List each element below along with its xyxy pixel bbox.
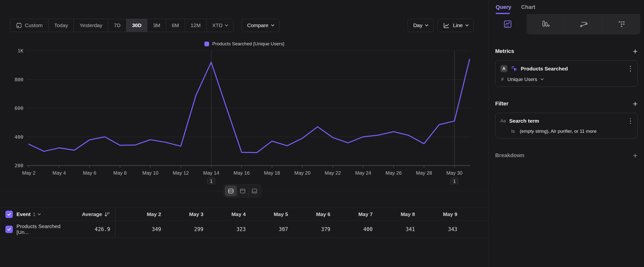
add-breakdown-button[interactable]: + [633, 152, 638, 159]
flows-icon [579, 20, 588, 29]
series-line[interactable] [29, 59, 470, 153]
x-axis-label: May 26 [386, 170, 402, 176]
line-chart-icon [443, 22, 450, 29]
cell-value: 343 [415, 226, 457, 232]
metrics-title: Metrics [495, 48, 514, 55]
range-30d[interactable]: 30D [126, 19, 147, 32]
chart-type-tabs [489, 14, 644, 34]
range-yesterday[interactable]: Yesterday [74, 19, 108, 32]
metric-card[interactable]: A Products Searched # Unique Users [495, 60, 638, 87]
filter-card[interactable]: Aa Search term Is (empty string), Air pu… [495, 113, 638, 139]
metric-event-name[interactable]: Products Searched [521, 66, 625, 72]
scrollbar-gutter[interactable] [641, 0, 644, 267]
range-6m[interactable]: 6M [166, 19, 185, 32]
add-metric-button[interactable]: + [633, 48, 638, 55]
bar-chart-icon [541, 20, 550, 29]
cell-value: 349 [115, 226, 161, 232]
date-column-header: May 8 [373, 211, 415, 217]
active-tab-underline [496, 13, 510, 14]
row-checkbox[interactable] [6, 226, 13, 233]
table-header-row: Event 1 Average May 2 May 3 May 4 May 5 … [0, 208, 488, 221]
x-axis-label: May 10 [142, 170, 159, 176]
date-column-header: May 7 [330, 211, 373, 217]
metric-letter-badge: A [500, 65, 508, 72]
y-axis-label: 200 [14, 163, 23, 168]
tab-chart[interactable]: Chart [521, 4, 535, 10]
query-builder: Metrics + A Products Searched # Unique U… [489, 48, 644, 159]
annotation-badge-count[interactable]: 1 [453, 179, 456, 184]
x-axis-label: May 6 [83, 170, 96, 176]
x-axis-label: May 22 [325, 170, 341, 176]
check-icon [7, 227, 11, 231]
range-12m[interactable]: 12M [185, 19, 206, 32]
range-xtd[interactable]: XTD [206, 19, 233, 32]
split-even-button[interactable] [225, 185, 237, 196]
x-axis-label: May 14 [203, 170, 220, 176]
query-sidebar: Query Chart Metrics + A Products Searche… [488, 0, 644, 267]
aggregation-value: Unique Users [508, 77, 537, 82]
date-column-header: May 5 [246, 211, 288, 217]
add-filter-button[interactable]: + [633, 101, 638, 107]
tab-bar-chart[interactable] [527, 14, 564, 34]
chart-legend: Products Searched [Unique Users] [0, 41, 488, 47]
range-7d[interactable]: 7D [108, 19, 126, 32]
chevron-down-icon [271, 23, 274, 26]
filter-section-header: Filter + [495, 101, 638, 107]
split-even-icon [228, 188, 234, 194]
insights-line-icon [503, 20, 512, 29]
chevron-down-icon [425, 23, 428, 26]
event-column-header[interactable]: Event [16, 211, 30, 217]
cell-value: 299 [161, 226, 204, 232]
cell-value: 400 [330, 226, 373, 232]
range-3m[interactable]: 3M [147, 19, 166, 32]
legend-series-label[interactable]: Products Searched [Unique Users] [212, 41, 284, 47]
range-custom[interactable]: Custom [10, 19, 48, 32]
table-focus-button[interactable] [248, 185, 260, 196]
tab-query[interactable]: Query [496, 4, 512, 10]
chevron-down-icon [540, 77, 544, 80]
x-axis-label: May 2 [22, 170, 36, 176]
sort-descending-icon[interactable] [104, 211, 110, 217]
x-axis-label: May 24 [355, 170, 372, 176]
metrics-section-header: Metrics + [495, 48, 638, 55]
average-column-header[interactable]: Average [82, 211, 102, 217]
chart-focus-button[interactable] [237, 185, 248, 196]
retention-dots-icon [617, 20, 626, 29]
x-axis-label: May 12 [173, 170, 189, 176]
x-axis-label: May 28 [416, 170, 432, 176]
date-column-header: May 3 [161, 211, 204, 217]
line-chart[interactable]: 2004006008001KMay 2May 4May 6May 8May 10… [0, 47, 488, 185]
row-series-label[interactable]: Products Searched [Un... [16, 223, 74, 235]
main-panel: Custom Today Yesterday 7D 30D 3M 6M 12M … [0, 0, 488, 267]
aggregation-selector[interactable]: # Unique Users [500, 77, 632, 82]
range-today[interactable]: Today [48, 19, 74, 32]
cell-value: 307 [246, 226, 288, 232]
breakdown-title: Breakdown [495, 152, 524, 159]
compare-button[interactable]: Compare [242, 19, 280, 32]
breakdown-section-header: Breakdown + [495, 152, 638, 159]
chevron-down-icon [225, 23, 228, 26]
filter-menu-button[interactable] [628, 117, 633, 125]
tab-insights-line[interactable] [489, 14, 527, 34]
aggregation-prefix: # [501, 77, 504, 82]
chart-type-dropdown[interactable]: Line [437, 19, 474, 32]
x-axis-label: May 18 [264, 170, 280, 176]
select-all-checkbox[interactable] [6, 211, 13, 218]
filter-condition[interactable]: Is (empty string), Air purifier, or 11 m… [500, 129, 632, 134]
event-count: 1 [33, 212, 36, 217]
sidebar-tabs: Query Chart [489, 0, 644, 14]
tab-flows[interactable] [564, 14, 602, 34]
split-layout-toggle [224, 184, 262, 197]
filter-property-name[interactable]: Search term [509, 118, 625, 124]
metric-menu-button[interactable] [628, 65, 633, 73]
tab-retention[interactable] [602, 14, 640, 34]
event-click-icon [511, 66, 517, 72]
row-average-value: 426.9 [95, 226, 110, 232]
legend-swatch [204, 42, 209, 46]
range-custom-label: Custom [25, 23, 42, 28]
annotation-badge-count[interactable]: 1 [210, 179, 212, 184]
chevron-down-icon[interactable] [38, 212, 41, 215]
granularity-dropdown[interactable]: Day [408, 19, 434, 32]
filter-operator: Is [511, 129, 515, 134]
x-axis-label: May 16 [234, 170, 250, 176]
